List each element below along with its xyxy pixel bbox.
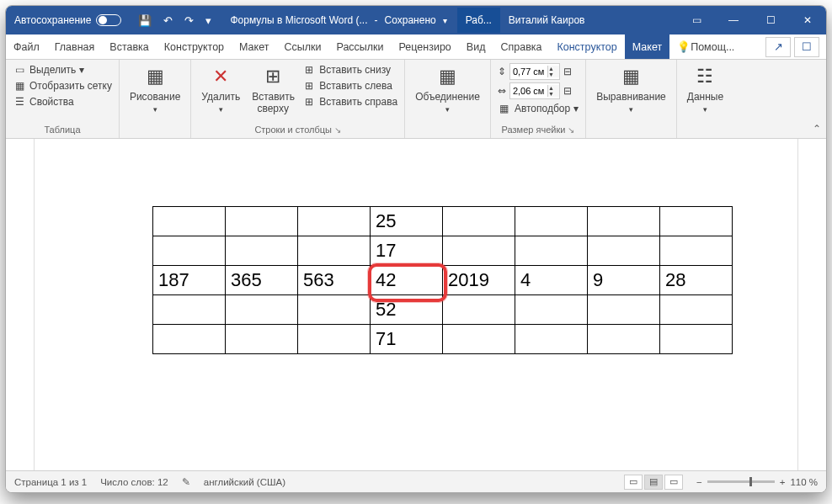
ribbon-options-icon[interactable]: ▭: [678, 6, 715, 34]
table-cell[interactable]: [443, 325, 515, 354]
group-rows-cols: Строки и столбцы ↘: [198, 123, 397, 136]
save-icon[interactable]: 💾: [138, 14, 152, 27]
qat-more-icon[interactable]: ▾: [205, 14, 211, 27]
view-read-icon[interactable]: ▭: [624, 475, 643, 490]
data-button[interactable]: ☷Данные▾: [684, 63, 727, 115]
table-cell[interactable]: [443, 207, 515, 236]
draw-button[interactable]: ▦Рисование▾: [126, 63, 184, 115]
row-height-input[interactable]: ▲▼: [509, 63, 560, 80]
table-cell[interactable]: [588, 236, 660, 266]
tab-help[interactable]: Справка: [493, 34, 549, 59]
table-cell[interactable]: [588, 325, 660, 354]
table-cell[interactable]: [153, 236, 226, 266]
autofit-button[interactable]: ▦Автоподбор ▾: [498, 102, 579, 115]
table-cell[interactable]: [443, 236, 515, 266]
tab-tellme[interactable]: 💡 Помощ...: [669, 34, 742, 59]
tab-table-design[interactable]: Конструктор: [549, 34, 624, 59]
table-cell[interactable]: [515, 207, 588, 236]
table-cell[interactable]: [153, 207, 226, 236]
tab-mailings[interactable]: Рассылки: [328, 34, 391, 59]
document-title: Формулы в Microsoft Word (...: [230, 14, 367, 26]
share-button[interactable]: ↗: [765, 37, 791, 57]
zoom-out-button[interactable]: −: [696, 477, 702, 487]
table-cell[interactable]: [226, 236, 298, 266]
table-cell[interactable]: [443, 295, 515, 325]
document-area[interactable]: 251718736556342201949285271: [6, 139, 826, 470]
distribute-cols-icon[interactable]: ⊟: [563, 85, 572, 97]
table-cell[interactable]: [298, 295, 371, 325]
table-cell[interactable]: 71: [371, 325, 443, 354]
maximize-button[interactable]: ☐: [752, 6, 789, 34]
properties-button[interactable]: ☰Свойства: [13, 95, 112, 109]
word-count[interactable]: Число слов: 12: [100, 477, 168, 487]
table-cell[interactable]: [660, 325, 733, 354]
select-button[interactable]: ▭Выделить ▾: [13, 63, 112, 77]
tab-review[interactable]: Рецензиро: [392, 34, 459, 59]
insert-above-button[interactable]: ⊞Вставить сверху: [248, 63, 297, 116]
table-cell[interactable]: [660, 236, 733, 266]
table-cell[interactable]: 9: [588, 266, 660, 295]
tab-table-layout[interactable]: Макет: [625, 34, 669, 59]
spellcheck-icon[interactable]: ✎: [182, 476, 190, 488]
table-cell[interactable]: [298, 325, 371, 354]
zoom-slider[interactable]: [707, 480, 775, 483]
view-web-icon[interactable]: ▭: [664, 475, 683, 490]
account-tab[interactable]: Раб...: [457, 8, 500, 33]
autosave-toggle[interactable]: [96, 14, 121, 26]
tab-layout[interactable]: Макет: [232, 34, 276, 59]
table-cell[interactable]: 25: [371, 207, 443, 236]
status-bar: Страница 1 из 1 Число слов: 12 ✎ английс…: [6, 470, 826, 492]
tab-insert[interactable]: Вставка: [102, 34, 156, 59]
table-cell[interactable]: [153, 325, 226, 354]
table-cell[interactable]: [515, 236, 588, 266]
tab-references[interactable]: Ссылки: [276, 34, 328, 59]
table-cell[interactable]: [515, 295, 588, 325]
insert-right-button[interactable]: ⊞Вставить справа: [302, 95, 397, 109]
tab-design[interactable]: Конструктор: [157, 34, 232, 59]
col-width-input[interactable]: ▲▼: [509, 82, 560, 99]
gridlines-button[interactable]: ▦Отобразить сетку: [13, 79, 112, 93]
view-print-icon[interactable]: ▤: [644, 475, 663, 490]
table-cell[interactable]: [660, 295, 733, 325]
word-table[interactable]: 251718736556342201949285271: [152, 206, 733, 354]
table-cell[interactable]: [515, 325, 588, 354]
alignment-button[interactable]: ▦Выравнивание▾: [593, 63, 669, 115]
insert-below-button[interactable]: ⊞Вставить снизу: [302, 63, 397, 77]
user-name[interactable]: Виталий Каиров: [500, 14, 594, 26]
close-button[interactable]: ✕: [789, 6, 826, 34]
tab-file[interactable]: Файл: [6, 34, 47, 59]
table-cell[interactable]: [588, 295, 660, 325]
table-cell[interactable]: [226, 325, 298, 354]
table-cell[interactable]: [298, 207, 371, 236]
table-cell[interactable]: [153, 295, 226, 325]
table-cell[interactable]: 2019: [443, 266, 515, 295]
zoom-in-button[interactable]: +: [780, 477, 786, 487]
tab-home[interactable]: Главная: [47, 34, 103, 59]
table-cell[interactable]: 4: [515, 266, 588, 295]
table-cell[interactable]: 365: [226, 266, 298, 295]
table-cell[interactable]: [298, 236, 371, 266]
undo-icon[interactable]: ↶: [163, 14, 173, 27]
delete-button[interactable]: ✕Удалить▾: [198, 63, 243, 115]
tab-view[interactable]: Вид: [459, 34, 493, 59]
merge-button[interactable]: ▦Объединение▾: [412, 63, 483, 115]
zoom-level[interactable]: 110 %: [790, 477, 818, 487]
table-cell[interactable]: 17: [371, 236, 443, 266]
minimize-button[interactable]: —: [715, 6, 752, 34]
table-cell[interactable]: 52: [371, 295, 443, 325]
table-cell[interactable]: 187: [153, 266, 226, 295]
table-cell[interactable]: [226, 207, 298, 236]
table-cell[interactable]: 563: [298, 266, 371, 295]
table-cell[interactable]: [660, 207, 733, 236]
table-cell[interactable]: [588, 207, 660, 236]
table-cell[interactable]: [226, 295, 298, 325]
comments-button[interactable]: ☐: [794, 37, 819, 57]
redo-icon[interactable]: ↷: [184, 14, 194, 27]
distribute-rows-icon[interactable]: ⊟: [563, 66, 572, 77]
page-indicator[interactable]: Страница 1 из 1: [14, 477, 87, 487]
language-indicator[interactable]: английский (США): [204, 477, 285, 487]
table-cell[interactable]: 28: [660, 266, 733, 295]
insert-left-button[interactable]: ⊞Вставить слева: [302, 79, 397, 93]
table-cell[interactable]: 42: [371, 266, 443, 295]
collapse-ribbon-icon[interactable]: ⌃: [813, 123, 821, 135]
